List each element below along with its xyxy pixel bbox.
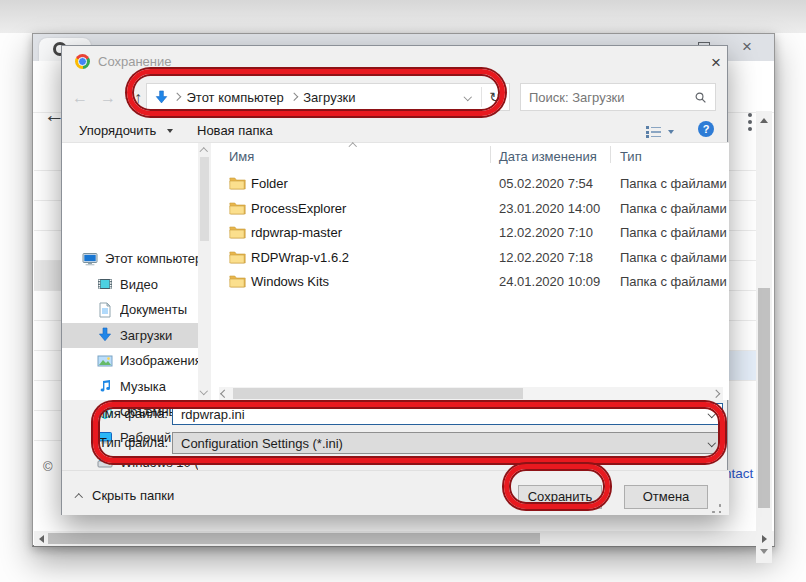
folder-icon bbox=[229, 225, 246, 240]
page-horizontal-scrollbar[interactable] bbox=[34, 531, 774, 546]
help-button[interactable]: ? bbox=[698, 121, 714, 137]
page-table-row bbox=[34, 141, 63, 171]
file-type-label: Тип файла: bbox=[82, 435, 168, 450]
file-type: Папка с файлами bbox=[620, 250, 727, 265]
organize-dropdown-icon bbox=[167, 129, 173, 133]
view-mode-icon[interactable] bbox=[646, 126, 661, 137]
dialog-close-button[interactable]: × bbox=[706, 53, 726, 73]
scroll-down-icon[interactable] bbox=[760, 549, 768, 554]
breadcrumb-root[interactable]: Этот компьютер bbox=[187, 90, 284, 105]
hide-folders-button[interactable]: Скрыть папки bbox=[92, 488, 174, 503]
cancel-button[interactable]: Отмена bbox=[624, 485, 708, 509]
browser-close-button[interactable]: × bbox=[735, 35, 759, 59]
column-divider[interactable] bbox=[490, 146, 491, 163]
sidebar-item-music[interactable]: Музыка bbox=[62, 374, 198, 399]
new-folder-button[interactable]: Новая папка bbox=[197, 123, 273, 138]
vertical-scroll-thumb[interactable] bbox=[758, 288, 770, 508]
sidebar-item-pictures[interactable]: Изображения bbox=[62, 348, 198, 373]
view-dropdown-icon[interactable] bbox=[668, 130, 674, 134]
file-name-input[interactable]: rdpwrap.ini bbox=[172, 403, 723, 425]
column-date[interactable]: Дата изменения bbox=[499, 149, 597, 164]
scroll-right-icon[interactable] bbox=[762, 535, 767, 543]
table-row[interactable]: rdpwrap-master12.02.2020 7:10Папка с фай… bbox=[212, 222, 729, 246]
list-horizontal-scrollbar[interactable] bbox=[219, 387, 723, 400]
sidebar-item-label: Музыка bbox=[120, 379, 166, 394]
list-scroll-thumb[interactable] bbox=[233, 388, 523, 399]
nav-forward-button[interactable]: → bbox=[100, 89, 116, 107]
sidebar-item-computer[interactable]: Этот компьютер bbox=[62, 246, 198, 271]
table-row[interactable]: Folder05.02.2020 7:54Папка с файлами bbox=[212, 173, 729, 197]
search-box[interactable]: Поиск: Загрузки bbox=[520, 83, 716, 111]
music-icon bbox=[97, 378, 113, 394]
scroll-left-icon[interactable] bbox=[39, 535, 44, 543]
sidebar-item-label: Видео bbox=[120, 277, 158, 292]
recent-locations-icon[interactable] bbox=[125, 94, 133, 102]
nav-up-button[interactable]: ↑ bbox=[134, 89, 142, 107]
column-divider[interactable] bbox=[610, 146, 611, 163]
page-vertical-scrollbar[interactable] bbox=[756, 111, 772, 563]
address-dropdown-icon[interactable] bbox=[464, 93, 472, 101]
sidebar-item-label: Изображения bbox=[120, 353, 198, 368]
file-type: Папка с файлами bbox=[620, 176, 727, 191]
file-type-dropdown-icon[interactable] bbox=[707, 439, 715, 447]
dialog-main-area: Этот компьютерВидеоДокументыЗагрузкиИзоб… bbox=[62, 143, 729, 400]
file-name: RDPWrap-v1.6.2 bbox=[251, 250, 349, 265]
sidebar-scroll-down-icon[interactable] bbox=[200, 387, 208, 395]
downloads-location-icon bbox=[154, 90, 169, 105]
file-date: 05.02.2020 7:54 bbox=[499, 176, 593, 191]
pictures-icon bbox=[97, 353, 113, 369]
breadcrumb-separator-icon bbox=[290, 93, 298, 101]
sidebar-item-label: Этот компьютер bbox=[105, 251, 198, 266]
browser-menu-icon[interactable] bbox=[748, 113, 752, 117]
sidebar-item-downloads[interactable]: Загрузки bbox=[62, 323, 198, 348]
page-table-row bbox=[34, 231, 63, 261]
desktop-background bbox=[0, 0, 806, 33]
sidebar-item-documents[interactable]: Документы bbox=[62, 297, 198, 322]
sort-ascending-icon bbox=[349, 143, 357, 151]
file-name-dropdown-icon[interactable] bbox=[707, 410, 715, 418]
chrome-logo-icon bbox=[75, 54, 90, 69]
nav-back-button[interactable]: ← bbox=[72, 89, 88, 107]
sidebar-item-label: Загрузки bbox=[120, 328, 172, 343]
file-name-label: Имя файла: bbox=[82, 406, 168, 421]
address-bar[interactable]: Этот компьютер Загрузки ↻ bbox=[146, 83, 510, 111]
file-name: ProcessExplorer bbox=[251, 201, 346, 216]
column-name[interactable]: Имя bbox=[229, 149, 254, 164]
page-table-row bbox=[34, 381, 63, 411]
list-scroll-right-icon[interactable] bbox=[712, 389, 720, 397]
column-header-row: Имя Дата изменения Тип bbox=[212, 143, 729, 166]
save-button[interactable]: Сохранить bbox=[518, 485, 602, 509]
page-table-row bbox=[34, 261, 63, 291]
search-icon[interactable] bbox=[694, 91, 707, 104]
table-row[interactable]: ProcessExplorer23.01.2020 14:00Папка с ф… bbox=[212, 198, 729, 222]
breadcrumb-current[interactable]: Загрузки bbox=[303, 90, 355, 105]
sidebar-scroll-up-icon[interactable] bbox=[200, 148, 208, 156]
file-type: Папка с файлами bbox=[620, 201, 727, 216]
breadcrumb-separator-icon bbox=[173, 93, 181, 101]
dialog-title: Сохранение bbox=[98, 54, 172, 69]
scroll-up-icon[interactable] bbox=[760, 118, 768, 123]
file-type-select[interactable]: Configuration Settings (*.ini) bbox=[172, 432, 723, 454]
sidebar-scrollbar[interactable] bbox=[198, 143, 211, 400]
search-text: Поиск: Загрузки bbox=[529, 90, 625, 105]
horizontal-scroll-thumb[interactable] bbox=[48, 533, 540, 544]
page-table-row bbox=[34, 411, 63, 441]
resize-grip[interactable] bbox=[712, 504, 721, 513]
file-date: 23.01.2020 14:00 bbox=[499, 201, 600, 216]
save-dialog: Сохранение × ← → ↑ Этот компьютер Загруз… bbox=[61, 45, 728, 515]
file-date: 12.02.2020 7:18 bbox=[499, 250, 593, 265]
sidebar-scroll-thumb[interactable] bbox=[200, 157, 209, 241]
video-icon bbox=[97, 276, 113, 292]
computer-icon bbox=[82, 251, 98, 267]
table-row[interactable]: RDPWrap-v1.6.212.02.2020 7:18Папка с фай… bbox=[212, 247, 729, 271]
column-type[interactable]: Тип bbox=[620, 149, 642, 164]
page-table-row bbox=[34, 321, 63, 351]
organize-button[interactable]: Упорядочить bbox=[79, 123, 156, 138]
table-row[interactable]: Windows Kits24.01.2020 10:09Папка с файл… bbox=[212, 271, 729, 295]
file-type: Папка с файлами bbox=[620, 225, 727, 240]
refresh-button[interactable]: ↻ bbox=[489, 89, 501, 105]
dialog-footer: Скрыть папки Сохранить Отмена bbox=[62, 470, 729, 515]
list-scroll-left-icon[interactable] bbox=[221, 389, 229, 397]
file-name: Windows Kits bbox=[251, 274, 329, 289]
sidebar-item-video[interactable]: Видео bbox=[62, 272, 198, 297]
